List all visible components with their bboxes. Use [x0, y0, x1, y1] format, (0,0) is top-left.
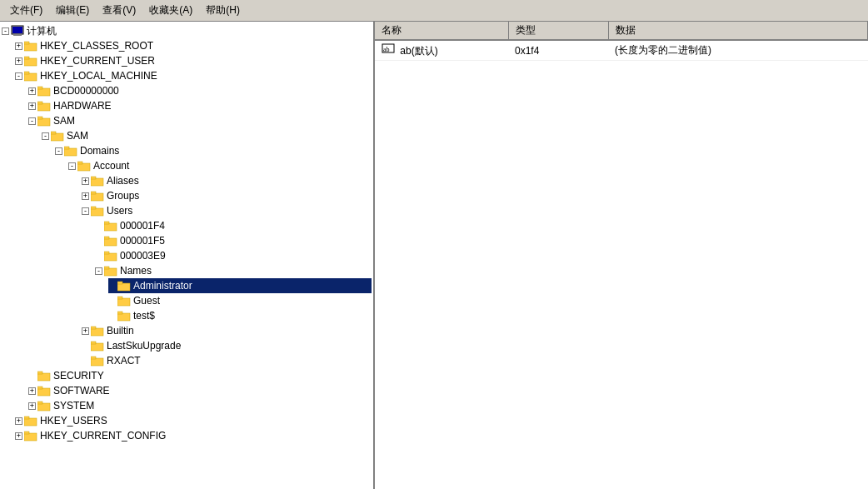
- expand-hkey-current-config[interactable]: +: [15, 432, 22, 440]
- tree-container: - 计算机 +: [0, 22, 373, 445]
- tree-row-test[interactable]: test$: [108, 308, 372, 323]
- tree-row-system[interactable]: + SYSTEM: [28, 398, 372, 413]
- tree-row-domains[interactable]: - Domains: [55, 143, 372, 158]
- label-software: SOFTWARE: [53, 385, 110, 397]
- folder-icon-000001f4: [104, 220, 117, 232]
- tree-row-hardware[interactable]: + HARDWARE: [28, 98, 372, 113]
- row-type: 0x1f4: [508, 40, 608, 61]
- svg-rect-45: [91, 342, 96, 344]
- tree-row-account[interactable]: - Account: [68, 158, 372, 173]
- tree-row-groups[interactable]: + Groups: [82, 188, 372, 203]
- expand-software[interactable]: +: [28, 387, 36, 395]
- tree-row-administrator[interactable]: Administrator: [108, 278, 372, 293]
- label-builtin: Builtin: [107, 325, 134, 337]
- expand-local-machine[interactable]: -: [15, 72, 22, 80]
- svg-rect-55: [24, 417, 29, 419]
- folder-icon-users: [91, 205, 104, 217]
- label-test: test$: [133, 310, 155, 322]
- folder-icon-classes-root: [24, 40, 37, 52]
- menu-favorites[interactable]: 收藏夹(A): [142, 2, 199, 19]
- folder-icon-names: [104, 265, 117, 277]
- expand-current-user[interactable]: +: [15, 57, 22, 65]
- label-lastskuupgrade: LastSkuUpgrade: [107, 340, 181, 352]
- svg-rect-52: [37, 403, 50, 411]
- tree-row-security[interactable]: SECURITY: [28, 368, 372, 383]
- tree-row-current-user[interactable]: + HKEY_CURRENT_USER: [15, 53, 372, 68]
- label-domains: Domains: [80, 145, 119, 157]
- folder-icon-000003e9: [104, 250, 117, 262]
- tree-row-users[interactable]: - Users: [82, 203, 372, 218]
- col-header-name[interactable]: 名称: [375, 22, 508, 40]
- col-header-data[interactable]: 数据: [608, 22, 868, 40]
- tree-row-000001f4[interactable]: 000001F4: [95, 218, 372, 233]
- tree-row-software[interactable]: + SOFTWARE: [28, 383, 372, 398]
- tree-row-aliases[interactable]: + Aliases: [82, 173, 372, 188]
- expand-users[interactable]: -: [82, 207, 89, 215]
- expand-domains[interactable]: -: [55, 147, 62, 155]
- svg-rect-40: [117, 313, 130, 321]
- label-sam-top: SAM: [53, 115, 75, 127]
- folder-icon-hkey-users: [24, 415, 37, 427]
- expand-computer[interactable]: -: [2, 27, 9, 35]
- label-local-machine: HKEY_LOCAL_MACHINE: [40, 70, 157, 82]
- label-security: SECURITY: [53, 370, 104, 382]
- expand-sam-child[interactable]: -: [42, 132, 49, 140]
- expand-sam-top[interactable]: -: [28, 117, 36, 125]
- tree-row-computer[interactable]: - 计算机: [2, 23, 372, 38]
- menu-edit[interactable]: 编辑(E): [49, 2, 96, 19]
- menu-view[interactable]: 查看(V): [96, 2, 142, 19]
- svg-rect-4: [24, 43, 37, 51]
- row-data: (长度为零的二进制值): [608, 40, 868, 61]
- tree-row-names[interactable]: - Names: [95, 263, 372, 278]
- svg-rect-11: [37, 87, 42, 89]
- folder-icon-aliases: [91, 175, 104, 187]
- svg-rect-56: [24, 433, 37, 441]
- folder-icon-sam-top: [37, 115, 51, 127]
- col-header-type[interactable]: 类型: [508, 22, 608, 40]
- svg-rect-3: [13, 35, 22, 36]
- expand-account[interactable]: -: [68, 162, 76, 170]
- expand-aliases[interactable]: +: [82, 177, 89, 185]
- folder-icon-hkey-current-config: [24, 430, 37, 442]
- tree-row-hkey-users[interactable]: + HKEY_USERS: [15, 413, 372, 428]
- tree-row-rxact[interactable]: RXACT: [82, 353, 372, 368]
- svg-rect-51: [37, 387, 42, 389]
- tree-row-local-machine[interactable]: - HKEY_LOCAL_MACHINE: [15, 68, 372, 83]
- table-row[interactable]: ab ab(默认) 0x1f4 (长度为零的二进制值): [375, 40, 868, 61]
- tree-row-bcd[interactable]: + BCD00000000: [28, 83, 372, 98]
- expand-classes-root[interactable]: +: [15, 42, 22, 50]
- expand-names[interactable]: -: [95, 267, 102, 275]
- svg-rect-6: [24, 58, 37, 66]
- tree-row-lastskuupgrade[interactable]: LastSkuUpgrade: [82, 338, 372, 353]
- svg-rect-2: [15, 34, 20, 35]
- svg-rect-8: [24, 73, 37, 81]
- folder-icon-account: [77, 160, 91, 172]
- tree-row-guest[interactable]: Guest: [108, 293, 372, 308]
- expand-bcd[interactable]: +: [28, 87, 36, 95]
- registry-value-icon: ab: [382, 42, 395, 54]
- expand-system[interactable]: +: [28, 402, 36, 410]
- label-users: Users: [107, 205, 132, 217]
- tree-row-hkey-current-config[interactable]: + HKEY_CURRENT_CONFIG: [15, 428, 372, 443]
- label-account: Account: [93, 160, 129, 172]
- expand-hardware[interactable]: +: [28, 102, 36, 110]
- tree-row-builtin[interactable]: + Builtin: [82, 323, 372, 338]
- menu-help[interactable]: 帮助(H): [199, 2, 247, 19]
- menu-file[interactable]: 文件(F): [3, 2, 49, 19]
- svg-rect-12: [37, 103, 50, 111]
- expand-builtin[interactable]: +: [82, 327, 89, 335]
- tree-row-000003e9[interactable]: 000003E9: [95, 248, 372, 263]
- expand-groups[interactable]: +: [82, 192, 89, 200]
- tree-row-000001f5[interactable]: 000001F5: [95, 233, 372, 248]
- folder-icon-administrator: [117, 280, 131, 292]
- menubar: 文件(F) 编辑(E) 查看(V) 收藏夹(A) 帮助(H): [0, 0, 868, 22]
- label-administrator: Administrator: [133, 280, 192, 292]
- folder-icon-hardware: [37, 100, 51, 112]
- tree-row-sam-top[interactable]: - SAM: [28, 113, 372, 128]
- tree-row-sam-child[interactable]: - SAM: [42, 128, 372, 143]
- tree-row-classes-root[interactable]: + HKEY_CLASSES_ROOT: [15, 38, 372, 53]
- folder-icon-lastskuupgrade: [91, 340, 104, 352]
- svg-rect-31: [104, 237, 109, 239]
- expand-hkey-users[interactable]: +: [15, 417, 22, 425]
- folder-icon-system: [37, 400, 51, 412]
